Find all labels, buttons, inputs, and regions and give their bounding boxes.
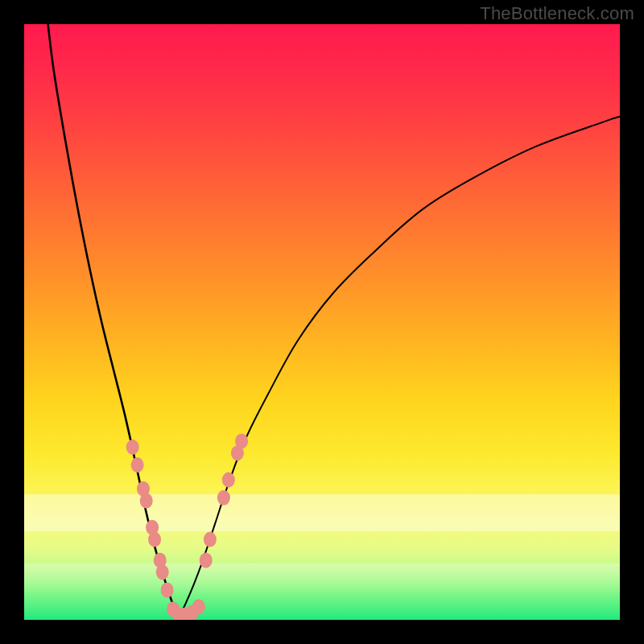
- marker-point: [222, 473, 235, 488]
- marker-point: [192, 599, 205, 614]
- marker-point: [217, 490, 230, 506]
- marker-point: [200, 553, 213, 568]
- marker-group: [126, 434, 248, 621]
- marker-point: [148, 532, 161, 547]
- outer-frame: TheBottleneck.com: [0, 0, 644, 644]
- curves-svg: [24, 24, 620, 620]
- marker-point: [156, 564, 169, 580]
- marker-point: [131, 457, 144, 473]
- marker-point: [126, 440, 139, 455]
- marker-point: [235, 434, 248, 449]
- marker-point: [161, 583, 174, 598]
- marker-point: [204, 532, 217, 547]
- series-group: [48, 24, 620, 617]
- curve-right-curve: [179, 117, 620, 617]
- plot-area: [24, 24, 620, 620]
- watermark-text: TheBottleneck.com: [480, 3, 634, 24]
- curve-left-curve: [48, 24, 180, 617]
- marker-point: [140, 493, 153, 509]
